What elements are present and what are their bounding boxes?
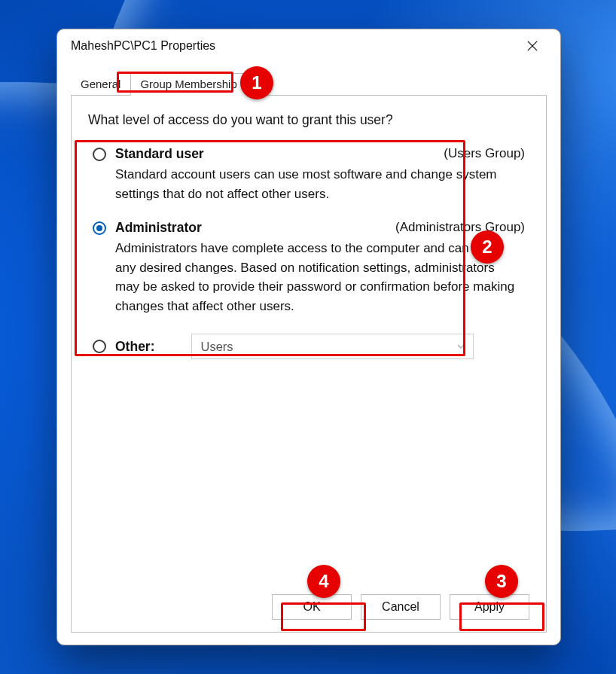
window-title: MaheshPC\PC1 Properties — [71, 39, 215, 53]
annotation-badge-2: 2 — [471, 230, 504, 264]
annotation-box-4 — [281, 602, 366, 631]
annotation-badge-1: 1 — [240, 66, 273, 99]
annotation-box-1 — [117, 72, 233, 93]
annotation-box-3 — [459, 602, 544, 631]
annotation-badge-3: 3 — [485, 565, 518, 598]
close-icon — [527, 41, 538, 51]
cancel-button[interactable]: Cancel — [361, 594, 441, 620]
titlebar: MaheshPC\PC1 Properties — [57, 29, 560, 63]
annotation-badge-4: 4 — [307, 565, 340, 598]
access-prompt: What level of access do you want to gran… — [88, 112, 529, 128]
close-button[interactable] — [515, 34, 550, 58]
annotation-box-2 — [75, 140, 465, 356]
